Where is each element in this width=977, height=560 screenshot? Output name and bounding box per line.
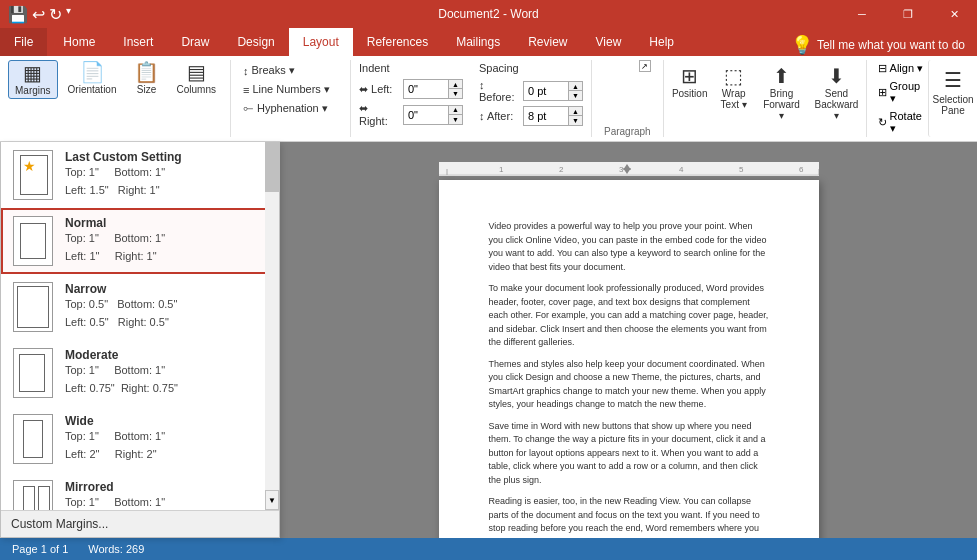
quick-access-toolbar: 💾 ↩ ↻ ▾ [8,5,71,24]
selection-pane-icon: ☰ [944,68,962,92]
minimize-button[interactable]: ─ [839,0,885,28]
ribbon: ▦ Margins 📄 Orientation 📋 Size ▤ Columns… [0,56,977,142]
margins-dropdown: ★ Last Custom Setting Top: 1" Bottom: 1"… [0,142,280,538]
main-area: ★ Last Custom Setting Top: 1" Bottom: 1"… [0,142,977,538]
custom-margins-label: Custom Margins... [11,517,108,531]
margin-normal-details: Normal Top: 1" Bottom: 1" Left: 1" Right… [65,216,165,265]
group-icon: ⊞ [878,86,887,99]
position-button[interactable]: ⊞ Position [668,60,712,137]
indent-right-up[interactable]: ▲ [448,106,462,115]
indent-right-label: ⬌ Right: [359,102,399,127]
word-count: Words: 269 [88,543,144,555]
spacing-header: Spacing [479,62,583,74]
spacing-before-input[interactable]: ▲ ▼ [523,81,583,101]
margins-label: Margins [15,85,51,96]
indent-left-input[interactable]: ▲ ▼ [403,79,463,99]
spacing-after-field[interactable] [528,110,572,122]
margin-moderate-detail: Top: 1" Bottom: 1" Left: 0.75" Right: 0.… [65,362,178,397]
hyphenation-button[interactable]: ⟜ Hyphenation ▾ [237,100,344,117]
columns-icon: ▤ [187,62,206,82]
indent-right-input[interactable]: ▲ ▼ [403,105,463,125]
ribbon-group-page-setup: ▦ Margins 📄 Orientation 📋 Size ▤ Columns [0,60,231,137]
custom-margins-button[interactable]: Custom Margins... [1,510,279,537]
indent-right-field[interactable] [408,109,452,121]
tab-layout[interactable]: Layout [289,28,353,56]
indent-left-up[interactable]: ▲ [448,80,462,89]
spacing-before-row: ↕ Before: ▲ ▼ [479,79,583,103]
scrollbar-down-button[interactable]: ▼ [265,490,279,510]
margins-button[interactable]: ▦ Margins [8,60,58,99]
margin-item-wide[interactable]: Wide Top: 1" Bottom: 1" Left: 2" Right: … [1,406,279,472]
paragraph-dialog-launcher[interactable]: ↗ [639,60,651,72]
align-button[interactable]: ⊟ Align ▾ [875,61,928,76]
line-numbers-button[interactable]: ≡ Line Numbers ▾ [237,81,344,98]
margin-wide-icon [13,414,53,464]
tab-insert[interactable]: Insert [109,28,167,56]
bring-forward-button[interactable]: ⬆ Bring Forward ▾ [756,60,808,137]
save-icon[interactable]: 💾 [8,5,28,24]
tab-help[interactable]: Help [635,28,688,56]
document-page: Video provides a powerful way to help yo… [439,180,819,538]
margin-narrow-name: Narrow [65,282,177,296]
spacing-after-input[interactable]: ▲ ▼ [523,106,583,126]
selection-pane-button[interactable]: ☰ Selection Pane [928,60,977,137]
tab-draw[interactable]: Draw [167,28,223,56]
hyphenation-label: Hyphenation ▾ [257,102,328,115]
tab-file[interactable]: File [0,28,47,56]
tab-view[interactable]: View [582,28,636,56]
margin-item-mirrored[interactable]: Mirrored Top: 1" Bottom: 1" Inside: 1.25… [1,472,279,510]
breaks-button[interactable]: ↕ Breaks ▾ [237,62,344,79]
close-button[interactable]: ✕ [931,0,977,28]
line-numbers-icon: ≡ [243,84,249,96]
selection-pane-sublabel: Pane [941,105,964,116]
indent-left-down[interactable]: ▼ [448,89,462,98]
spacing-after-up[interactable]: ▲ [568,107,582,116]
wrap-text-icon: ⬚ [724,64,743,88]
margin-item-last-custom[interactable]: ★ Last Custom Setting Top: 1" Bottom: 1"… [1,142,279,208]
doc-paragraph-4: Save time in Word with new buttons that … [489,420,769,488]
lightbulb-icon[interactable]: 💡 [791,34,813,56]
spacing-after-down[interactable]: ▼ [568,116,582,125]
tab-mailings[interactable]: Mailings [442,28,514,56]
margin-wide-icon-inner [23,420,43,458]
tab-design[interactable]: Design [223,28,288,56]
tell-me-tab[interactable]: Tell me what you want to do [817,38,965,52]
margin-last-custom-name: Last Custom Setting [65,150,182,164]
align-group-items: ⊟ Align ▾ ⊞ Group ▾ ↻ Rotate ▾ [875,61,928,136]
margin-item-normal[interactable]: Normal Top: 1" Bottom: 1" Left: 1" Right… [1,208,279,274]
margin-narrow-icon-inner [17,286,49,328]
group-button[interactable]: ⊞ Group ▾ [875,79,928,106]
undo-icon[interactable]: ↩ [32,5,45,24]
wrap-text-button[interactable]: ⬚ Wrap Text ▾ [712,60,756,137]
rotate-button[interactable]: ↻ Rotate ▾ [875,109,928,136]
tab-references[interactable]: References [353,28,442,56]
indent-right-down[interactable]: ▼ [448,115,462,124]
columns-button[interactable]: ▤ Columns [171,60,222,97]
scrollbar-thumb[interactable] [265,142,279,192]
ruler-svg: 1 2 3 4 5 6 [439,162,819,176]
spacing-before-field[interactable] [528,85,572,97]
margin-item-moderate[interactable]: Moderate Top: 1" Bottom: 1" Left: 0.75" … [1,340,279,406]
restore-button[interactable]: ❐ [885,0,931,28]
orientation-button[interactable]: 📄 Orientation [62,60,123,97]
send-backward-button[interactable]: ⬇ Send Backward ▾ [807,60,865,137]
size-button[interactable]: 📋 Size [127,60,167,97]
margin-moderate-icon-inner [19,354,45,392]
tab-review[interactable]: Review [514,28,581,56]
indent-left-field[interactable] [408,83,452,95]
size-label: Size [137,84,156,95]
doc-paragraph-2: To make your document look professionall… [489,282,769,350]
indent-group: Indent ⬌ Left: ▲ ▼ ⬌ Right: ▲ ▼ [359,62,463,127]
document-area: 1 2 3 4 5 6 Video provides a powerful wa… [280,142,977,538]
spacing-before-down[interactable]: ▼ [568,91,582,100]
bring-forward-label: Bring [770,88,793,99]
margin-item-narrow[interactable]: Narrow Top: 0.5" Bottom: 0.5" Left: 0.5"… [1,274,279,340]
ruler-horizontal: 1 2 3 4 5 6 [439,162,819,176]
margin-wide-detail: Top: 1" Bottom: 1" Left: 2" Right: 2" [65,428,165,463]
redo-icon[interactable]: ↻ [49,5,62,24]
window-title: Document2 - Word [438,7,538,21]
tab-home[interactable]: Home [49,28,109,56]
size-icon: 📋 [134,62,159,82]
spacing-before-up[interactable]: ▲ [568,82,582,91]
customize-icon[interactable]: ▾ [66,5,71,24]
